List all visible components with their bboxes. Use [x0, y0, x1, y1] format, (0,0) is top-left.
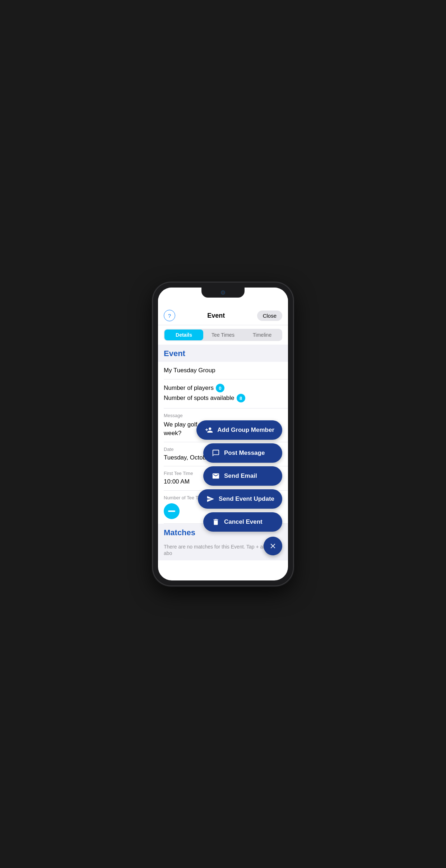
nav-bar: ? Event Close: [158, 305, 288, 325]
matches-title: Matches: [164, 528, 195, 537]
fab-menu: Add Group Member Post Message: [196, 420, 282, 555]
send-event-update-label: Send Event Update: [219, 495, 274, 503]
tab-details[interactable]: Details: [164, 330, 203, 340]
close-button[interactable]: Close: [257, 311, 282, 321]
message-label: Message: [164, 413, 282, 418]
chat-icon: [211, 448, 220, 458]
players-spots-row: Number of players 0 Number of spots avai…: [158, 379, 288, 408]
tab-tee-times[interactable]: Tee Times: [204, 330, 242, 340]
num-spots-badge: 8: [237, 394, 245, 402]
trash-icon: [211, 517, 220, 527]
send-email-button[interactable]: Send Email: [203, 466, 282, 486]
svg-rect-0: [168, 510, 175, 512]
add-group-member-label: Add Group Member: [217, 426, 274, 434]
page-title: Event: [207, 312, 225, 319]
tab-timeline[interactable]: Timeline: [243, 330, 282, 340]
cancel-event-button[interactable]: Cancel Event: [203, 512, 282, 532]
event-section-header: Event: [158, 345, 288, 362]
post-message-label: Post Message: [224, 449, 265, 457]
num-spots-label: Number of spots available: [164, 395, 234, 402]
group-name-row: My Tuesday Group: [158, 362, 288, 379]
event-section-title: Event: [164, 349, 185, 358]
group-name-value: My Tuesday Group: [164, 367, 215, 374]
bottom-spacer: [158, 560, 288, 580]
send-email-label: Send Email: [224, 472, 257, 480]
send-icon: [206, 494, 215, 504]
fab-close-button[interactable]: [264, 537, 282, 555]
tab-bar: Details Tee Times Timeline: [164, 329, 282, 341]
person-add-icon: [204, 425, 214, 435]
num-players-badge: 0: [216, 384, 224, 392]
add-group-member-button[interactable]: Add Group Member: [196, 420, 282, 440]
email-icon: [211, 471, 220, 481]
cancel-event-label: Cancel Event: [224, 518, 263, 526]
send-event-update-button[interactable]: Send Event Update: [198, 489, 282, 509]
num-players-label: Number of players: [164, 384, 214, 392]
help-button[interactable]: ?: [164, 310, 175, 321]
post-message-button[interactable]: Post Message: [203, 443, 282, 463]
decrement-tee-times-button[interactable]: [164, 503, 180, 519]
